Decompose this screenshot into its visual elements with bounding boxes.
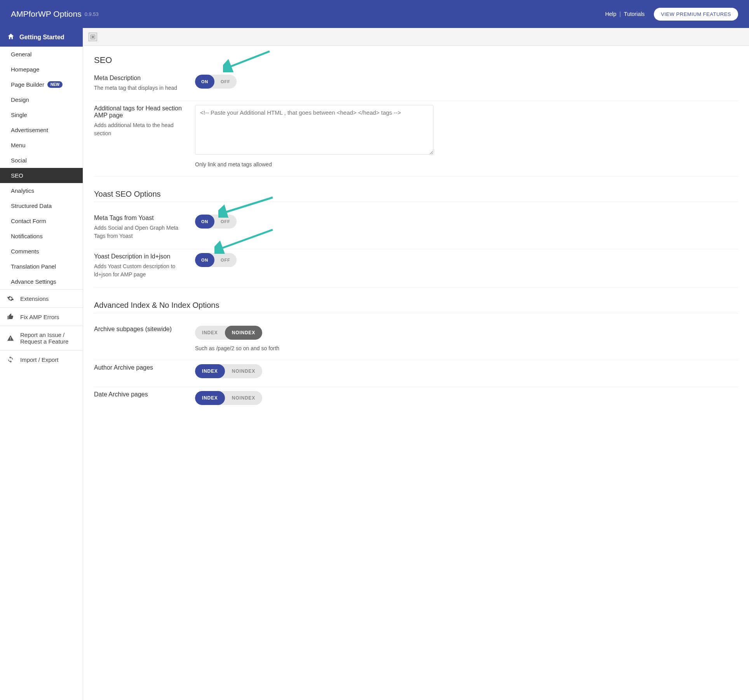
option-yoast-ldjson: Yoast Description in ld+json Adds Yoast …: [94, 249, 738, 288]
home-icon: [7, 33, 15, 42]
content-toolbar: [83, 28, 749, 46]
archive-subpages-label: Archive subpages (sitewide): [94, 326, 187, 333]
sidebar-secondary-import-export[interactable]: Import / Export: [0, 350, 83, 368]
sidebar-item-advertisement[interactable]: Advertisement: [0, 122, 83, 138]
sidebar-item-label: SEO: [11, 172, 23, 179]
option-meta-description: Meta Description The meta tag that displ…: [94, 71, 738, 101]
option-author-archive: Author Archive pages INDEX NOINDEX: [94, 360, 738, 387]
sidebar-item-page-builder[interactable]: Page BuilderNEW: [0, 77, 83, 92]
sidebar-item-comments[interactable]: Comments: [0, 244, 83, 259]
toggle-index[interactable]: INDEX: [195, 391, 225, 405]
archive-subpages-toggle[interactable]: INDEX NOINDEX: [195, 326, 262, 340]
sidebar-item-menu[interactable]: Menu: [0, 138, 83, 153]
expand-all-button[interactable]: [89, 33, 97, 41]
sidebar-item-structured-data[interactable]: Structured Data: [0, 198, 83, 213]
yoast-ldjson-label: Yoast Description in ld+json: [94, 253, 187, 260]
sidebar-secondary-label: Report an Issue / Request a Feature: [20, 332, 77, 345]
sync-icon: [7, 356, 14, 363]
sidebar-item-label: Design: [11, 96, 29, 103]
sidebar-item-label: Notifications: [11, 233, 43, 239]
thumb-icon: [7, 313, 14, 320]
toggle-off[interactable]: OFF: [214, 253, 236, 267]
option-archive-subpages: Archive subpages (sitewide) INDEX NOINDE…: [94, 322, 738, 360]
sidebar-item-label: Page Builder: [11, 81, 44, 88]
sidebar-item-social[interactable]: Social: [0, 153, 83, 168]
toggle-off[interactable]: OFF: [214, 215, 236, 229]
sidebar-secondary-extensions[interactable]: Extensions: [0, 289, 83, 307]
sidebar-secondary-fix-amp-errors[interactable]: Fix AMP Errors: [0, 307, 83, 326]
option-yoast-meta-tags: Meta Tags from Yoast Adds Social and Ope…: [94, 211, 738, 249]
meta-description-label: Meta Description: [94, 75, 187, 82]
author-archive-toggle[interactable]: INDEX NOINDEX: [195, 364, 262, 378]
yoast-meta-toggle[interactable]: ON OFF: [195, 215, 237, 229]
sidebar-item-label: Homepage: [11, 66, 39, 73]
sidebar-item-translation-panel[interactable]: Translation Panel: [0, 259, 83, 274]
toggle-on[interactable]: ON: [195, 253, 214, 267]
date-archive-label: Date Archive pages: [94, 391, 187, 398]
sidebar-secondary-report-an-issue-request-a-feature[interactable]: Report an Issue / Request a Feature: [0, 326, 83, 350]
sidebar-item-general[interactable]: General: [0, 47, 83, 62]
sidebar-item-single[interactable]: Single: [0, 107, 83, 122]
yoast-meta-desc: Adds Social and Open Graph Meta Tags fro…: [94, 224, 187, 240]
sidebar-item-label: Structured Data: [11, 202, 52, 209]
content-panel: SEO Meta Description The meta tag that d…: [83, 28, 749, 700]
toggle-index[interactable]: INDEX: [195, 364, 225, 378]
sidebar-item-notifications[interactable]: Notifications: [0, 229, 83, 244]
sidebar-item-label: Translation Panel: [11, 263, 56, 270]
yoast-ldjson-toggle[interactable]: ON OFF: [195, 253, 237, 267]
sidebar-item-label: Advertisement: [11, 127, 48, 133]
sidebar-item-contact-form[interactable]: Contact Form: [0, 213, 83, 229]
gear-icon: [7, 295, 14, 302]
sidebar: Getting Started GeneralHomepagePage Buil…: [0, 28, 83, 700]
sidebar-item-label: Comments: [11, 248, 39, 255]
sidebar-item-analytics[interactable]: Analytics: [0, 183, 83, 198]
getting-started-label: Getting Started: [19, 34, 64, 41]
warn-icon: [7, 335, 14, 342]
toggle-on[interactable]: ON: [195, 215, 214, 229]
author-archive-label: Author Archive pages: [94, 364, 187, 371]
sidebar-item-label: Social: [11, 157, 27, 164]
sidebar-item-label: Menu: [11, 142, 26, 148]
head-tags-textarea[interactable]: [195, 105, 434, 155]
head-tags-label: Additional tags for Head section AMP pag…: [94, 105, 187, 119]
date-archive-toggle[interactable]: INDEX NOINDEX: [195, 391, 262, 405]
svg-rect-1: [92, 36, 94, 38]
new-badge: NEW: [47, 81, 63, 88]
toggle-noindex[interactable]: NOINDEX: [225, 364, 262, 378]
sidebar-item-label: Single: [11, 112, 27, 118]
toggle-noindex[interactable]: NOINDEX: [225, 391, 262, 405]
sidebar-item-advance-settings[interactable]: Advance Settings: [0, 274, 83, 289]
head-tags-hint: Only link and meta tags allowed: [195, 161, 738, 168]
section-title-advanced: Advanced Index & No Index Options: [94, 301, 738, 310]
app-title: AMPforWP Options: [11, 9, 82, 19]
sidebar-item-label: General: [11, 51, 31, 58]
sidebar-secondary-label: Fix AMP Errors: [20, 314, 59, 320]
sidebar-item-homepage[interactable]: Homepage: [0, 62, 83, 77]
sidebar-item-label: Advance Settings: [11, 278, 56, 285]
app-version: 0.9.53: [85, 11, 99, 17]
option-date-archive: Date Archive pages INDEX NOINDEX: [94, 387, 738, 414]
head-tags-desc: Adds additional Meta to the head section: [94, 121, 187, 138]
sidebar-item-seo[interactable]: SEO: [0, 168, 83, 183]
svg-line-3: [223, 197, 273, 213]
section-title-yoast: Yoast SEO Options: [94, 190, 738, 199]
tutorials-link[interactable]: Tutorials: [624, 11, 644, 17]
toggle-noindex[interactable]: NOINDEX: [225, 326, 262, 340]
app-header: AMPforWP Options 0.9.53 Help | Tutorials…: [0, 0, 749, 28]
sidebar-secondary-label: Import / Export: [20, 356, 58, 363]
yoast-ldjson-desc: Adds Yoast Custom description to ld+json…: [94, 262, 187, 279]
sidebar-item-label: Analytics: [11, 187, 34, 194]
section-title-seo: SEO: [94, 55, 738, 65]
toggle-on[interactable]: ON: [195, 75, 214, 89]
yoast-meta-label: Meta Tags from Yoast: [94, 215, 187, 222]
sidebar-item-label: Contact Form: [11, 218, 46, 224]
option-additional-head-tags: Additional tags for Head section AMP pag…: [94, 101, 738, 176]
archive-subpages-hint: Such as /page/2 so on and so forth: [195, 345, 738, 351]
toggle-index[interactable]: INDEX: [195, 326, 225, 340]
sidebar-getting-started[interactable]: Getting Started: [0, 28, 83, 47]
view-premium-button[interactable]: VIEW PREMIUM FEATURES: [654, 8, 738, 21]
sidebar-item-design[interactable]: Design: [0, 92, 83, 107]
toggle-off[interactable]: OFF: [214, 75, 236, 89]
meta-description-toggle[interactable]: ON OFF: [195, 75, 237, 89]
help-link[interactable]: Help: [605, 11, 617, 17]
